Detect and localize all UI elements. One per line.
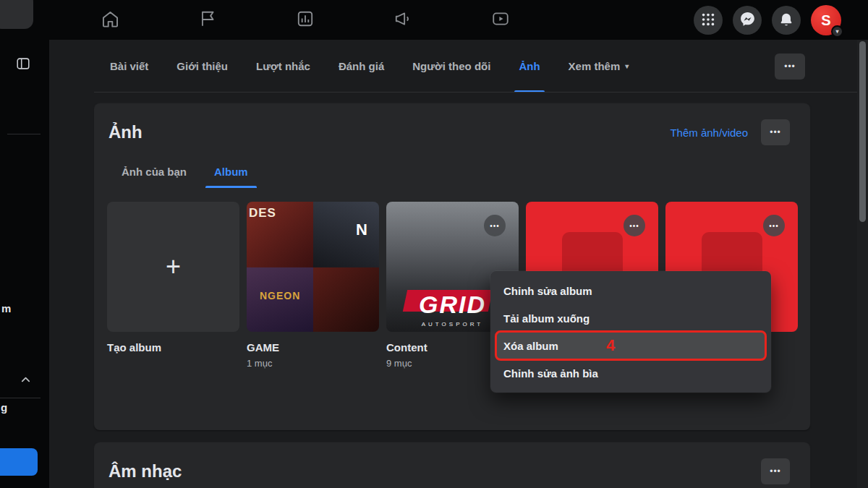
album-context-menu: Chỉnh sửa album Tải album xuống Xóa albu…: [490, 271, 771, 393]
menu-item-download-album[interactable]: Tải album xuống: [496, 304, 765, 332]
profile-nav-tabs: Bài viết Giới thiệu Lượt nhắc Đánh giá N…: [109, 40, 630, 93]
ellipsis-icon: •••: [784, 61, 796, 72]
bell-icon: [778, 12, 794, 30]
ellipsis-icon: •••: [770, 466, 781, 476]
nav-insights-button[interactable]: [285, 4, 326, 36]
tab-about[interactable]: Giới thiệu: [175, 40, 229, 93]
messenger-icon: [739, 11, 756, 30]
album-caption: Tạo album: [107, 341, 239, 369]
chevron-up-icon[interactable]: [20, 374, 31, 388]
album-options-button[interactable]: •••: [484, 215, 506, 236]
menu-item-edit-cover-photo[interactable]: Chỉnh sửa ảnh bìa: [496, 359, 765, 387]
tab-your-photos[interactable]: Ảnh của bạn: [113, 157, 195, 188]
sidebar-toggle-button[interactable]: [9, 50, 38, 79]
sidebar-partial-label: m: [1, 302, 11, 314]
nav-home-button[interactable]: [90, 4, 130, 36]
caret-down-icon: ▾: [835, 28, 838, 35]
album-name[interactable]: Tạo album: [107, 341, 239, 354]
top-nav: [90, 0, 521, 40]
ellipsis-icon: •••: [490, 222, 500, 230]
photos-title: Ảnh: [109, 122, 142, 142]
tab-see-more[interactable]: Xem thêm ▾: [567, 40, 631, 93]
top-bar: S ▾: [0, 0, 868, 40]
tab-label: Đánh giá: [339, 60, 384, 72]
nav-ads-button[interactable]: [383, 4, 423, 36]
menu-item-edit-album[interactable]: Chỉnh sửa album: [496, 277, 765, 304]
nav-watch-button[interactable]: [480, 4, 521, 36]
tab-label: Lượt nhắc: [256, 60, 310, 72]
album-options-button[interactable]: •••: [624, 215, 645, 236]
avatar-letter: S: [821, 12, 830, 29]
plus-icon: +: [166, 254, 181, 280]
apps-grid-icon: [700, 12, 716, 30]
album-caption: GAME 1 mục: [247, 341, 379, 369]
photos-options-button[interactable]: •••: [761, 119, 790, 145]
music-title: Âm nhạc: [109, 461, 182, 481]
bar-chart-icon: [296, 9, 315, 30]
nav-pages-button[interactable]: [187, 4, 228, 36]
caret-down-icon: ▾: [625, 62, 629, 70]
menu-item-label: Chỉnh sửa ảnh bìa: [503, 367, 598, 380]
ellipsis-icon: •••: [629, 222, 639, 230]
avatar-caret-badge: ▾: [831, 25, 843, 38]
tab-label: Ảnh: [519, 60, 540, 72]
tab-label: Bài viết: [110, 60, 148, 72]
album-cover-art-text: N: [356, 221, 367, 239]
album-name[interactable]: GAME: [247, 341, 379, 354]
menu-item-label: Xóa album: [503, 340, 558, 352]
page-scrollbar-track[interactable]: [857, 40, 868, 488]
photos-tabs: Ảnh của bạn Album: [94, 145, 810, 188]
album-options-button[interactable]: •••: [763, 215, 785, 236]
menu-item-delete-album[interactable]: Xóa album 4: [496, 332, 765, 359]
menu-item-label: Chỉnh sửa album: [503, 285, 592, 297]
tab-label: Ảnh của bạn: [122, 166, 187, 178]
add-photo-video-link[interactable]: Thêm ảnh/video: [670, 127, 748, 139]
facebook-photos-page: S ▾ m g Bài viết Giới th: [0, 0, 868, 488]
album-tile-game[interactable]: DES N NGEON: [247, 202, 379, 332]
flag-icon: [198, 9, 217, 30]
tab-albums[interactable]: Album: [205, 157, 257, 188]
megaphone-icon: [393, 9, 412, 30]
tab-label: Xem thêm: [569, 60, 621, 72]
tab-reviews[interactable]: Đánh giá: [337, 40, 386, 93]
tab-label: Giới thiệu: [176, 60, 228, 72]
photos-card-header: Ảnh Thêm ảnh/video •••: [94, 103, 810, 145]
ellipsis-icon: •••: [770, 127, 781, 137]
main-content: Bài viết Giới thiệu Lượt nhắc Đánh giá N…: [49, 40, 857, 488]
album-cover-art-text: DES: [249, 206, 276, 221]
tab-photos[interactable]: Ảnh: [517, 40, 541, 93]
rail-divider: [0, 398, 41, 398]
sidebar-primary-button-partial[interactable]: [0, 448, 38, 476]
top-actions: S ▾: [694, 5, 841, 35]
notifications-button[interactable]: [772, 6, 801, 35]
music-card-header: Âm nhạc •••: [94, 442, 810, 484]
ellipsis-icon: •••: [769, 222, 779, 230]
apps-menu-button[interactable]: [694, 6, 723, 35]
menu-item-label: Tải album xuống: [503, 312, 590, 325]
page-scrollbar-thumb[interactable]: [859, 41, 866, 222]
profile-more-options-button[interactable]: •••: [775, 53, 805, 80]
video-play-icon: [491, 9, 510, 30]
sidebar-panel-icon: [15, 56, 31, 74]
music-options-button[interactable]: •••: [761, 458, 790, 484]
tab-followers[interactable]: Người theo dõi: [411, 40, 492, 93]
messenger-button[interactable]: [733, 6, 762, 35]
rail-divider: [7, 134, 41, 134]
tab-label: Người theo dõi: [412, 60, 490, 72]
album-count: 1 mục: [247, 358, 379, 369]
music-card: Âm nhạc •••: [94, 442, 810, 488]
profile-avatar[interactable]: S ▾: [811, 5, 841, 35]
tab-posts[interactable]: Bài viết: [109, 40, 150, 93]
sidebar-partial-label: g: [1, 401, 7, 414]
corner-tab: [0, 0, 33, 29]
tab-mentions[interactable]: Lượt nhắc: [255, 40, 312, 93]
home-icon: [101, 9, 120, 31]
header-divider: [94, 92, 857, 93]
annotation-step-number: 4: [606, 336, 615, 355]
tab-label: Album: [214, 166, 248, 178]
album-cover-art-text: NGEON: [260, 290, 300, 301]
create-album-tile[interactable]: +: [107, 202, 239, 332]
left-sidebar-rail: m g: [0, 40, 49, 488]
